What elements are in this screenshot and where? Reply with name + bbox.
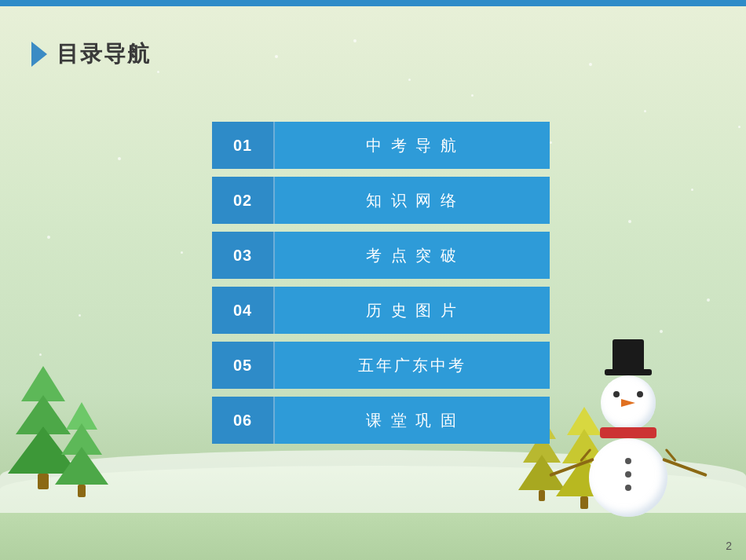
snowman-hat-brim: [605, 369, 652, 375]
table-row: 05五年广东中考: [212, 342, 550, 389]
table-row: 06课 堂 巩 固: [212, 397, 550, 444]
table-row-number: 04: [212, 287, 275, 334]
table-row-label[interactable]: 历 史 图 片: [275, 287, 550, 334]
table-row-number: 03: [212, 232, 275, 279]
table-row-number: 01: [212, 122, 275, 169]
table-row: 03考 点 突 破: [212, 232, 550, 279]
snowman-nose: [621, 399, 635, 407]
snowman-button-1: [625, 458, 631, 464]
table-row-label[interactable]: 课 堂 巩 固: [275, 397, 550, 444]
table-row: 04历 史 图 片: [212, 287, 550, 334]
header-arrow-icon: [31, 42, 47, 67]
tree-left-2: [55, 402, 108, 497]
table-row-label[interactable]: 知 识 网 络: [275, 177, 550, 224]
snowman-hat-top: [613, 339, 644, 371]
snowman-scarf: [600, 427, 656, 438]
top-bar: [0, 0, 746, 6]
header: 目录导航: [31, 39, 151, 69]
table-row-label[interactable]: 考 点 突 破: [275, 232, 550, 279]
snowman-body: [589, 438, 667, 517]
snowman-eye-right: [637, 391, 643, 397]
menu-table: 01中 考 导 航02知 识 网 络03考 点 突 破04历 史 图 片05五年…: [212, 122, 550, 452]
table-row-label[interactable]: 五年广东中考: [275, 342, 550, 389]
table-row-label[interactable]: 中 考 导 航: [275, 122, 550, 169]
snowman-button-2: [625, 471, 631, 478]
table-row: 01中 考 导 航: [212, 122, 550, 169]
table-row-number: 06: [212, 397, 275, 444]
snowman-button-3: [625, 485, 631, 491]
table-row: 02知 识 网 络: [212, 177, 550, 224]
page-title: 目录导航: [57, 39, 151, 69]
snowman-head: [601, 375, 656, 430]
page-number: 2: [726, 540, 732, 552]
table-row-number: 02: [212, 177, 275, 224]
table-row-number: 05: [212, 342, 275, 389]
snowman: [589, 339, 667, 517]
snowman-eye-left: [613, 391, 620, 397]
